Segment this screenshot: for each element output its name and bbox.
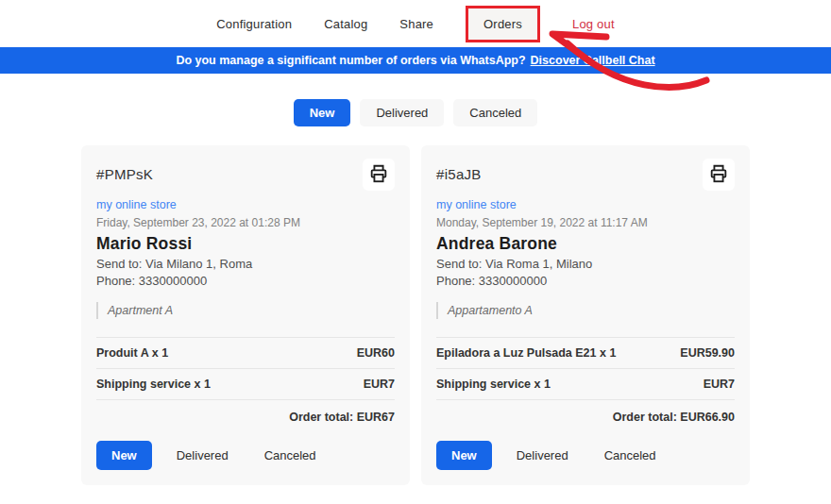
store-link[interactable]: my online store <box>436 198 517 211</box>
customer-name: Andrea Barone <box>436 234 735 254</box>
filter-delivered-button[interactable]: Delivered <box>360 99 444 126</box>
whatsapp-promo-banner: Do you manage a significant number of or… <box>0 47 831 74</box>
order-date: Monday, September 19, 2022 at 11:17 AM <box>436 216 735 229</box>
banner-link[interactable]: Discover Callbell Chat <box>531 54 655 67</box>
print-icon <box>708 163 729 187</box>
annotation-highlight-box: Orders <box>466 6 540 42</box>
nav-item-configuration[interactable]: Configuration <box>216 17 292 31</box>
phone-number: Phone: 3330000000 <box>96 274 395 288</box>
item-name: Epiladora a Luz Pulsada E21 x 1 <box>436 346 616 360</box>
order-id: #PMPsK <box>96 159 153 182</box>
status-new-button[interactable]: New <box>436 441 492 470</box>
order-note: Appartamento A <box>436 302 735 319</box>
status-delivered-button[interactable]: Delivered <box>165 441 240 470</box>
item-name: Shipping service x 1 <box>96 378 211 391</box>
order-note: Apartment A <box>96 302 395 319</box>
order-date: Friday, September 23, 2022 at 01:28 PM <box>96 216 395 229</box>
filter-canceled-button[interactable]: Canceled <box>453 99 537 126</box>
item-price: EUR7 <box>704 378 735 391</box>
order-card: #i5aJB my online store Monday, September… <box>421 145 750 485</box>
store-link[interactable]: my online store <box>96 198 177 211</box>
order-status-actions: New Delivered Canceled <box>96 441 395 470</box>
phone-number: Phone: 3330000000 <box>436 274 735 288</box>
order-item-row: Epiladora a Luz Pulsada E21 x 1 EUR59.90 <box>436 338 735 369</box>
banner-text: Do you manage a significant number of or… <box>176 54 525 67</box>
order-item-row: Shipping service x 1 EUR7 <box>436 369 735 400</box>
nav-item-catalog[interactable]: Catalog <box>324 17 367 31</box>
status-canceled-button[interactable]: Canceled <box>593 441 668 470</box>
print-button[interactable] <box>703 159 735 191</box>
status-canceled-button[interactable]: Canceled <box>253 441 328 470</box>
order-total: Order total: EUR67 <box>96 400 395 429</box>
top-navigation: Configuration Catalog Share Orders Log o… <box>0 0 831 47</box>
order-items: Produit A x 1 EUR60 Shipping service x 1… <box>96 337 395 400</box>
order-card: #PMPsK my online store Friday, September… <box>81 145 410 485</box>
order-total: Order total: EUR66.90 <box>436 400 735 429</box>
order-item-row: Produit A x 1 EUR60 <box>96 338 395 369</box>
filter-new-button[interactable]: New <box>294 99 351 126</box>
nav-item-share[interactable]: Share <box>399 17 433 31</box>
print-button[interactable] <box>363 159 395 191</box>
order-id: #i5aJB <box>436 159 482 182</box>
status-new-button[interactable]: New <box>96 441 152 470</box>
send-to-address: Send to: Via Roma 1, Milano <box>436 257 735 271</box>
item-price: EUR60 <box>357 346 395 360</box>
status-delivered-button[interactable]: Delivered <box>505 441 580 470</box>
send-to-address: Send to: Via Milano 1, Roma <box>96 257 395 271</box>
order-item-row: Shipping service x 1 EUR7 <box>96 369 395 400</box>
item-price: EUR59.90 <box>680 346 735 360</box>
item-name: Shipping service x 1 <box>436 378 551 391</box>
nav-item-orders[interactable]: Orders <box>483 17 522 31</box>
order-status-filters: New Delivered Canceled <box>0 99 831 126</box>
order-items: Epiladora a Luz Pulsada E21 x 1 EUR59.90… <box>436 337 735 400</box>
orders-list: #PMPsK my online store Friday, September… <box>81 145 750 485</box>
item-name: Produit A x 1 <box>96 346 168 360</box>
item-price: EUR7 <box>364 378 395 391</box>
customer-name: Mario Rossi <box>96 234 395 254</box>
print-icon <box>368 163 389 187</box>
order-status-actions: New Delivered Canceled <box>436 441 735 470</box>
nav-item-logout[interactable]: Log out <box>572 17 615 31</box>
